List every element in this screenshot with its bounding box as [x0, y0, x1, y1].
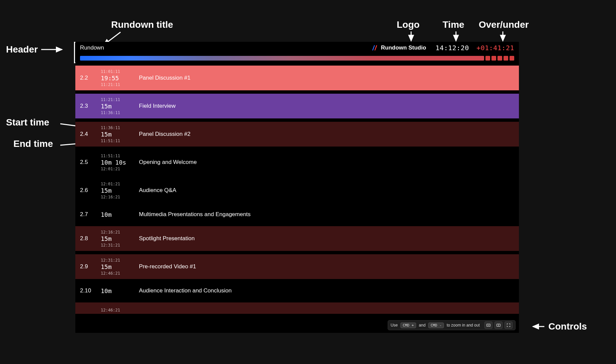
keyboard-shortcut: CMD +: [400, 323, 416, 328]
cue-title: Audience Interaction and Conclusion: [139, 287, 232, 294]
header-bar: Rundown Rundown Studio 14:12:20 +01:41:2…: [75, 42, 519, 54]
progress-bar: [80, 56, 514, 61]
annotation-controls: Controls: [532, 321, 587, 332]
fullscreen-button[interactable]: [505, 322, 513, 329]
cue-number: 2.2: [80, 75, 93, 81]
cue-end-time: 12:46:21: [101, 271, 132, 276]
cue-duration: 19:55: [101, 75, 132, 82]
fullscreen-icon: [506, 323, 511, 328]
progress-segment: [510, 56, 514, 61]
cue-duration: 10m 10s: [101, 159, 132, 166]
rundown-row[interactable]: 2.812:16:2115m12:31:21Spotlight Presenta…: [75, 226, 519, 251]
cue-times: 11:36:1115m11:51:11: [101, 125, 132, 143]
controls-text: to zoom in and out: [447, 323, 480, 328]
cue-title: Field Interview: [139, 103, 176, 109]
annotation-over-under: Over/under: [479, 19, 529, 30]
cue-duration: 15m: [101, 235, 132, 242]
cue-number: 2.10: [80, 287, 93, 294]
rundown-rows: 2.211:01:1119:5511:21:11Panel Discussion…: [75, 64, 519, 301]
progress-segment: [504, 56, 508, 61]
cue-title: Multimedia Presentations and Engagements: [139, 211, 251, 218]
cue-end-time: 11:51:11: [101, 139, 132, 143]
controls-bar: Use CMD + and CMD - to zoom in and out: [388, 320, 516, 330]
over-under-time: +01:41:21: [476, 44, 514, 52]
arrow-icon: [41, 46, 65, 54]
cue-times: 11:21:1115m11:36:11: [101, 97, 132, 115]
annotation-rundown-title: Rundown title: [111, 19, 173, 30]
fit-width-button[interactable]: [484, 322, 492, 329]
controls-text: Use: [391, 323, 398, 328]
keyboard-shortcut: CMD -: [428, 323, 444, 328]
annotation-logo: Logo: [397, 19, 419, 30]
rundown-row[interactable]: 2.710mMultimedia Presentations and Engag…: [75, 206, 519, 223]
rundown-row[interactable]: 2.612:01:2115m12:16:21Audience Q&A: [75, 178, 519, 203]
rundown-row[interactable]: 2.411:36:1115m11:51:11Panel Discussion #…: [75, 122, 519, 147]
cue-duration: 10m: [101, 211, 132, 218]
arrow-icon: [532, 323, 545, 331]
cue-number: 2.6: [80, 187, 93, 194]
rundown-app: Rundown Rundown Studio 14:12:20 +01:41:2…: [75, 42, 519, 333]
cue-end-time: 11:21:11: [101, 82, 132, 87]
cue-duration: 15m: [101, 131, 132, 138]
cue-times: 10m: [101, 287, 132, 294]
cue-number: 2.7: [80, 211, 93, 218]
cue-start-time: 11:36:11: [101, 125, 132, 130]
rundown-row[interactable]: 2.211:01:1119:5511:21:11Panel Discussion…: [75, 66, 519, 90]
cue-end-time: 12:31:21: [101, 243, 132, 248]
rundown-title: Rundown: [80, 44, 104, 51]
rundown-row[interactable]: 2.1010mAudience Interaction and Conclusi…: [75, 282, 519, 299]
cue-number: 2.8: [80, 235, 93, 242]
cue-times: 11:01:1119:5511:21:11: [101, 69, 132, 87]
rundown-row[interactable]: 2.912:31:2115m12:46:21Pre-recorded Video…: [75, 254, 519, 279]
fit-height-icon: [496, 323, 501, 328]
cue-start-time: 12:16:21: [101, 230, 132, 235]
cue-start-time: 12:31:21: [101, 258, 132, 263]
product-name: Rundown Studio: [381, 44, 426, 51]
annotation-header: Header: [6, 44, 65, 55]
fit-width-icon: [486, 323, 491, 328]
progress-segment: [491, 56, 496, 61]
rundown-row[interactable]: 2.511:51:1110m 10s12:01:21Opening and We…: [75, 150, 519, 175]
cue-title: Pre-recorded Video #1: [139, 263, 196, 270]
cue-start-time: 11:01:11: [101, 69, 132, 74]
cue-end-time: 12:16:21: [101, 195, 132, 199]
cue-start-time: 12:46:21: [101, 308, 120, 312]
cue-duration: 10m: [101, 287, 132, 294]
cue-number: 2.9: [80, 263, 93, 270]
cue-number: 2.4: [80, 131, 93, 138]
cue-times: 10m: [101, 211, 132, 218]
fit-height-button[interactable]: [494, 322, 503, 329]
cue-times: 12:01:2115m12:16:21: [101, 182, 132, 199]
cue-number: 2.5: [80, 159, 93, 166]
cue-duration: 15m: [101, 263, 132, 270]
cue-start-time: 12:01:21: [101, 182, 132, 186]
cue-start-time: 11:51:11: [101, 154, 132, 158]
cue-title: Audience Q&A: [139, 187, 176, 194]
progress-segment: [485, 56, 490, 61]
annotation-end-time: End time: [13, 139, 53, 149]
cue-number: 2.3: [80, 103, 93, 109]
controls-text: and: [419, 323, 426, 328]
cue-times: 12:16:2115m12:31:21: [101, 230, 132, 248]
cue-title: Panel Discussion #2: [139, 131, 190, 138]
cue-start-time: 11:21:11: [101, 97, 132, 102]
rundown-row-partial[interactable]: 12:46:21: [75, 302, 519, 314]
annotation-start-time: Start time: [6, 117, 49, 128]
cue-title: Opening and Welcome: [139, 159, 197, 166]
rundown-row[interactable]: 2.311:21:1115m11:36:11Field Interview: [75, 94, 519, 118]
logo-icon: [372, 44, 378, 51]
progress-gradient: [80, 56, 484, 61]
cue-title: Spotlight Presentation: [139, 235, 195, 242]
cue-title: Panel Discussion #1: [139, 75, 190, 81]
cue-duration: 15m: [101, 103, 132, 110]
cue-times: 12:31:2115m12:46:21: [101, 258, 132, 276]
product-logo[interactable]: Rundown Studio: [372, 44, 426, 51]
cue-duration: 15m: [101, 187, 132, 194]
progress-segment: [497, 56, 502, 61]
annotation-time: Time: [443, 19, 464, 30]
cue-end-time: 12:01:21: [101, 167, 132, 171]
cue-times: 11:51:1110m 10s12:01:21: [101, 154, 132, 171]
time-of-day: 14:12:20: [436, 44, 469, 52]
cue-end-time: 11:36:11: [101, 110, 132, 115]
